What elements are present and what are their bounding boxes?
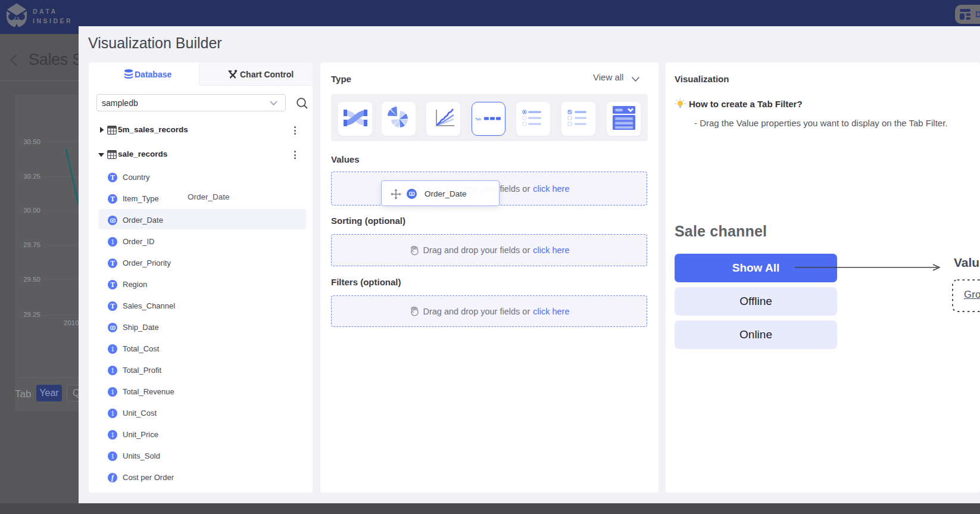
- svg-text:Tab: Tab: [475, 116, 482, 120]
